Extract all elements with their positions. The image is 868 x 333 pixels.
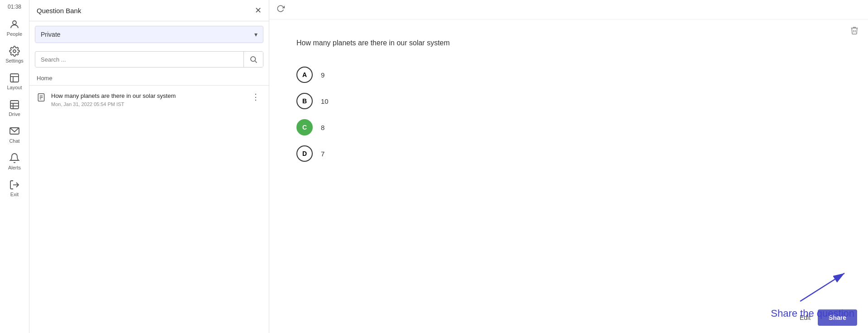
search-icon (249, 55, 258, 63)
option-row-b: B 10 (296, 93, 841, 109)
qb-close-button[interactable]: ✕ (255, 6, 262, 14)
settings-icon (9, 46, 20, 57)
alerts-icon (9, 153, 20, 164)
sidebar-item-chat-label: Chat (9, 138, 19, 144)
exit-icon (9, 179, 20, 190)
qb-title: Question Bank (37, 7, 81, 14)
option-value-b: 10 (321, 97, 329, 105)
svg-rect-5 (10, 101, 19, 109)
option-row-c: C 8 (296, 119, 841, 135)
option-circle-a: A (296, 67, 313, 83)
main-content: How many planets are there in our solar … (269, 0, 868, 333)
qb-dropdown-selected: Private (41, 31, 61, 38)
search-input[interactable] (35, 53, 243, 67)
people-icon (9, 19, 20, 30)
option-circle-b: B (296, 93, 313, 109)
sidebar-item-people[interactable]: People (0, 14, 29, 41)
sidebar-item-settings[interactable]: Settings (0, 41, 29, 68)
chat-icon (9, 126, 20, 137)
qb-dropdown[interactable]: Private ▾ (35, 26, 263, 43)
question-text: How many planets are there in our solar … (296, 38, 841, 48)
layout-icon (9, 72, 20, 83)
option-value-c: 8 (321, 124, 324, 131)
qb-question-date: Mon, Jan 31, 2022 05:54 PM IST (51, 101, 250, 107)
sidebar-item-layout[interactable]: Layout (0, 68, 29, 95)
chevron-down-icon: ▾ (254, 31, 258, 38)
sidebar-item-chat[interactable]: Chat (0, 121, 29, 148)
svg-point-11 (251, 57, 256, 62)
qb-header: Question Bank ✕ (29, 0, 269, 21)
qb-question-text-wrap: How many planets are there in our solar … (51, 92, 250, 107)
main-toolbar (269, 0, 868, 19)
sidebar: 01:38 People Settings Layout (0, 0, 29, 333)
option-row-a: A 9 (296, 67, 841, 83)
qb-question-item[interactable]: How many planets are there in our solar … (29, 85, 269, 113)
sidebar-item-layout-label: Layout (7, 85, 22, 90)
refresh-button[interactable] (277, 5, 285, 14)
drive-icon (9, 99, 20, 110)
share-button[interactable]: Share (818, 309, 857, 326)
question-bank-panel: Question Bank ✕ Private ▾ Home How many … (29, 0, 269, 333)
sidebar-item-drive[interactable]: Drive (0, 95, 29, 121)
trash-icon (850, 26, 859, 35)
sidebar-item-drive-label: Drive (9, 111, 20, 117)
edit-button[interactable]: Edit (800, 314, 811, 321)
delete-button[interactable] (850, 26, 859, 37)
question-menu-button[interactable]: ⋮ (250, 92, 262, 102)
qb-search-row (35, 51, 263, 68)
sidebar-item-alerts[interactable]: Alerts (0, 148, 29, 175)
question-doc-icon (37, 93, 46, 104)
question-display: How many planets are there in our solar … (269, 19, 868, 302)
sidebar-item-exit[interactable]: Exit (0, 175, 29, 202)
search-button[interactable] (243, 52, 263, 67)
option-row-d: D 7 (296, 145, 841, 162)
svg-point-0 (13, 21, 16, 24)
sidebar-time: 01:38 (8, 4, 21, 10)
svg-point-1 (13, 50, 16, 53)
refresh-icon (277, 5, 285, 13)
option-value-a: 9 (321, 71, 324, 79)
option-circle-c: C (296, 119, 313, 135)
sidebar-item-people-label: People (7, 31, 22, 37)
sidebar-item-settings-label: Settings (5, 58, 24, 63)
qb-question-title: How many planets are there in our solar … (51, 92, 250, 100)
sidebar-item-exit-label: Exit (10, 192, 19, 197)
qb-home-label: Home (29, 71, 269, 85)
option-value-d: 7 (321, 150, 324, 158)
bottom-actions: Edit Share (269, 302, 868, 333)
svg-rect-2 (10, 74, 19, 82)
sidebar-item-alerts-label: Alerts (8, 165, 21, 170)
svg-line-12 (255, 61, 257, 63)
option-circle-d: D (296, 145, 313, 162)
